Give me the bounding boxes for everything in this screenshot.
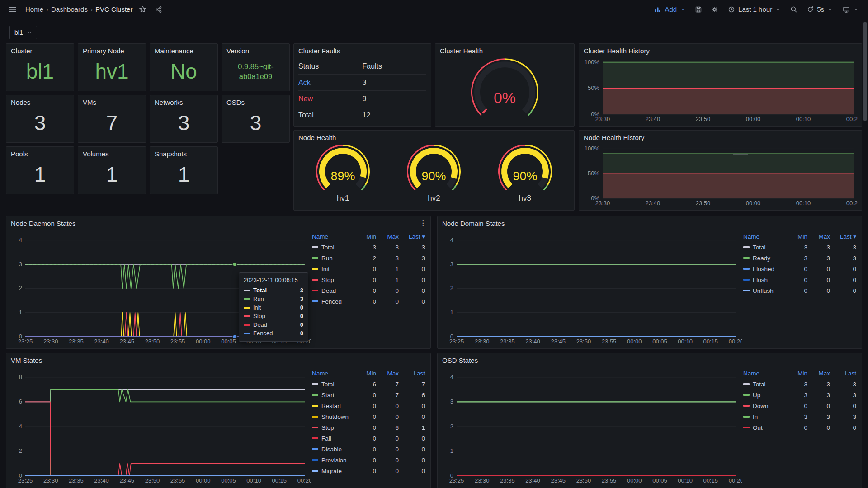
svg-text:00:10: 00:10 [246, 477, 261, 484]
legend-series[interactable]: Shutdown000 [312, 411, 427, 422]
svg-text:00:15: 00:15 [703, 338, 718, 345]
gauge-svg: 90% [388, 143, 479, 196]
svg-text:23:50: 23:50 [576, 338, 591, 345]
legend-series[interactable]: Disable000 [312, 444, 427, 455]
panel-title[interactable]: Cluster Health [440, 47, 483, 55]
legend-series[interactable]: Total333 [743, 242, 858, 253]
svg-text:23:45: 23:45 [551, 338, 566, 345]
breadcrumb-home[interactable]: Home [25, 5, 43, 13]
gear-icon[interactable] [708, 3, 721, 16]
cluster-health-gauge: 0% [439, 56, 571, 122]
svg-text:23:55: 23:55 [602, 338, 617, 345]
time-range-picker[interactable]: Last 1 hour [725, 3, 784, 16]
legend-series[interactable]: Restart000 [312, 400, 427, 411]
svg-text:00:10: 00:10 [678, 477, 693, 484]
star-icon[interactable] [136, 3, 149, 16]
chart-svg: 0%50%100%23:3023:4023:5000:0000:1000:20 [583, 56, 858, 123]
gauge-label: hv3 [519, 194, 531, 203]
svg-text:00:05: 00:05 [652, 477, 667, 484]
svg-text:1: 1 [450, 447, 453, 454]
legend-series[interactable]: Migrate000 [312, 465, 427, 476]
svg-text:00:20: 00:20 [729, 477, 742, 484]
breadcrumb-dashboards[interactable]: Dashboards [51, 5, 88, 13]
panel-title[interactable]: OSD States [442, 357, 478, 364]
zoom-out-icon[interactable] [788, 3, 800, 16]
osd-states-chart[interactable]: 0123423:2523:3023:3523:4023:4523:5023:55… [440, 369, 742, 485]
svg-text:23:50: 23:50 [696, 116, 711, 122]
svg-text:23:40: 23:40 [646, 200, 660, 206]
panel-title[interactable]: Cluster Health History [584, 47, 650, 55]
panel-menu-icon[interactable]: ⋮ [419, 218, 427, 228]
add-dropdown[interactable]: Add [651, 3, 689, 16]
breadcrumb-separator: › [90, 5, 93, 13]
panel-title[interactable]: Node Health [298, 134, 336, 141]
legend-series[interactable]: Provision000 [312, 455, 427, 465]
panel-title[interactable]: Node Health History [584, 134, 644, 141]
legend-series[interactable]: Out000 [743, 422, 858, 433]
panel-volumes: Volumes 1 [78, 146, 146, 194]
panel-title[interactable]: Node Domain States [442, 220, 505, 227]
panel-title[interactable]: Cluster Faults [298, 47, 340, 55]
legend-series[interactable]: Start076 [312, 389, 427, 400]
share-icon[interactable] [152, 3, 165, 16]
legend-series[interactable]: Flush000 [743, 274, 858, 285]
svg-text:23:55: 23:55 [170, 338, 185, 345]
svg-text:2: 2 [19, 285, 22, 291]
svg-text:00:15: 00:15 [703, 477, 718, 484]
legend-series[interactable]: Init010 [312, 263, 427, 274]
legend-series[interactable]: Fail000 [312, 433, 427, 444]
legend-series[interactable]: Up333 [743, 389, 858, 400]
view-mode-picker[interactable] [840, 3, 862, 16]
legend-series[interactable]: Stop010 [312, 274, 427, 285]
svg-text:23:50: 23:50 [145, 338, 160, 345]
svg-text:2: 2 [450, 423, 453, 430]
svg-text:00:20: 00:20 [846, 116, 858, 122]
svg-text:00:20: 00:20 [729, 338, 742, 345]
legend-series[interactable]: Total333 [312, 242, 427, 253]
chevron-down-icon [27, 30, 32, 35]
legend-series[interactable]: Unflush000 [743, 285, 858, 296]
legend-series[interactable]: In333 [743, 411, 858, 422]
breadcrumb-current[interactable]: PVC Cluster [95, 5, 133, 13]
tooltip-row: Init0 [244, 303, 303, 312]
node-domain-chart[interactable]: 0123423:2523:3023:3523:4023:4523:5023:55… [440, 232, 742, 346]
vm-states-chart[interactable]: 0246823:2523:3023:3523:4023:4523:5023:55… [9, 369, 311, 485]
svg-text:23:55: 23:55 [602, 477, 617, 484]
node-health-history-chart[interactable]: 0%50%100%23:3023:4023:5000:0000:1000:20 [583, 143, 858, 207]
svg-text:50%: 50% [588, 170, 599, 177]
svg-text:23:25: 23:25 [18, 477, 33, 484]
legend-series[interactable]: Ready333 [743, 253, 858, 263]
refresh-interval-label: 5s [817, 5, 824, 13]
legend-series[interactable]: Flushed000 [743, 263, 858, 274]
variable-value: bl1 [14, 29, 23, 36]
chart-svg: 0%50%100%23:3023:4023:5000:0000:1000:20 [583, 143, 858, 207]
legend-series[interactable]: Fenced000 [312, 296, 427, 307]
legend-series[interactable]: Dead000 [312, 285, 427, 296]
node-domain-legend: NameMinMaxLast ▾Total333Ready333Flushed0… [743, 231, 858, 296]
cluster-health-history-chart[interactable]: 0%50%100%23:3023:4023:5000:0000:1000:20 [583, 56, 858, 123]
refresh-picker[interactable]: 5s [804, 3, 836, 16]
gauge-svg: 89% [297, 143, 388, 196]
faults-row: Total12 [298, 107, 426, 123]
panel-title[interactable]: Node Daemon States [11, 220, 75, 227]
panel-nodes: Nodes 3 [6, 95, 74, 143]
tooltip-timestamp: 2023-12-11 00:06:15 [244, 277, 303, 283]
panel-vms: VMs 7 [78, 95, 146, 143]
panel-title[interactable]: VM States [11, 357, 42, 364]
menu-icon[interactable] [6, 3, 19, 16]
save-icon[interactable] [692, 3, 705, 16]
stat-value: 3 [6, 105, 74, 141]
monitor-icon [843, 6, 850, 13]
scrollbar[interactable] [863, 22, 867, 121]
svg-text:0%: 0% [494, 89, 516, 106]
faults-row: Ack3 [298, 75, 426, 91]
tooltip-row: Run3 [244, 295, 303, 303]
legend-series[interactable]: Run233 [312, 253, 427, 263]
svg-text:00:05: 00:05 [221, 477, 236, 484]
legend-series[interactable]: Total333 [743, 379, 858, 389]
legend-series[interactable]: Total677 [312, 379, 427, 389]
svg-text:00:00: 00:00 [196, 477, 211, 484]
legend-series[interactable]: Stop061 [312, 422, 427, 433]
variable-selector[interactable]: bl1 [9, 26, 37, 39]
legend-series[interactable]: Down000 [743, 400, 858, 411]
